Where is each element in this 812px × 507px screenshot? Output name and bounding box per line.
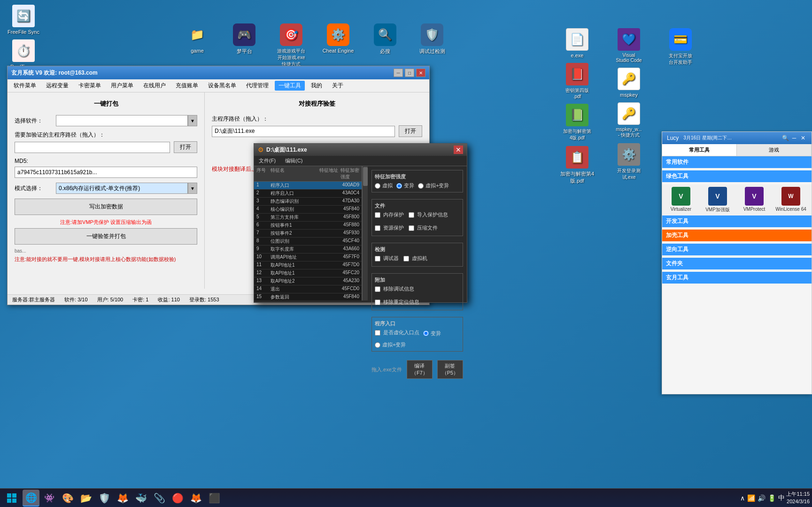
notify-volume-icon[interactable]: 🔊 [758,494,766,502]
main-program-input[interactable] [15,142,170,153]
compress-file-check[interactable] [409,225,414,231]
choose-software-input[interactable] [56,115,188,126]
list-row[interactable]: 11 取API地址1 45F7D0 [254,261,362,269]
sidebar-item-vmpqiang[interactable]: V VMP加强版 [701,187,734,213]
sidebar-section-folder[interactable]: 文件夹 [662,258,812,269]
taskbar-docker-icon[interactable]: 🐳 [132,490,149,507]
desktop-icon-realtime[interactable]: ⏱️ RealTime... [5,39,42,69]
sidebar-item-vmprotect[interactable]: V VMProtect [738,187,771,213]
resource-protect-check[interactable] [375,225,380,231]
taskbar-firefox-icon[interactable]: 🦊 [114,490,131,507]
list-row[interactable]: 3 静态编译识别 47DA30 [254,198,362,206]
compress-file-label[interactable]: 压缩文件 [409,224,438,231]
menu-kamicaidan[interactable]: 卡密菜单 [75,81,105,91]
entry-mutation-radio[interactable] [423,330,429,336]
sidebar-section-reverse-tools[interactable]: 逆向工具 [662,244,812,255]
desktop-icon-tiaoshiguo[interactable]: 🛡️ 调试过检测 [413,23,451,68]
sidebar-section-dev-tools[interactable]: 开发工具 [662,215,812,227]
desktop-icon-eexe[interactable]: 📄 e.exe [558,28,596,58]
taskbar-photoshop-icon[interactable]: 🎨 [59,490,76,507]
vm-check[interactable] [403,256,409,261]
virtual-radio[interactable] [375,183,380,189]
md5-input[interactable] [15,167,197,178]
choose-software-dropdown[interactable]: ▼ [188,115,197,126]
virtual-mutation-radio-label[interactable]: 虚拟+变异 [418,182,449,189]
main-program-open-btn[interactable]: 打开 [174,141,197,153]
list-row[interactable]: 14 退出 45FCD0 [254,285,362,293]
list-row[interactable]: 8 位图识别 45CF40 [254,238,362,246]
entry-mutation-label[interactable]: 变异 [423,330,441,337]
list-row[interactable]: 7 按钮事件2 45F930 [254,230,362,238]
menu-yijian[interactable]: 一键工具 [275,81,305,91]
sidebar-close-icon[interactable]: ✕ [799,134,807,142]
mutation-radio[interactable] [396,183,402,189]
taskbar-start-button[interactable] [2,491,21,506]
notify-network-icon[interactable]: 📶 [747,494,755,502]
dialog-menu-file[interactable]: 文件(F) [256,157,278,165]
desktop-icon-ceshi[interactable]: 📋 加密与解密第4版.pdf [558,146,596,184]
compile-button[interactable]: 编译（F7） [407,360,433,379]
entry-vm-radio[interactable] [375,342,380,348]
copy-button[interactable]: 副签（P5） [437,360,463,379]
desktop-icon-cheatengine[interactable]: ⚙️ Cheat Engine [319,23,357,68]
desktop-icon-miyaodisjuan[interactable]: 📕 密钥第四版.pdf [558,63,596,99]
remove-debug-check[interactable] [375,286,380,292]
maximize-button[interactable]: □ [405,69,414,77]
debugger-label[interactable]: 调试器 [375,255,399,262]
taskbar-attach-icon[interactable]: 📎 [151,490,168,507]
import-protect-label[interactable]: 导入保护信息 [409,211,448,218]
sidebar-search-icon[interactable]: 🔍 [781,134,789,142]
menu-guanyu[interactable]: 关于 [328,81,347,91]
export-btn[interactable]: 写出加密数据 [15,199,197,215]
right-main-program-input[interactable] [212,126,395,137]
desktop-icon-visualstudio[interactable]: 💙 VisualStudio Code [610,28,648,63]
desktop-icon-jiamijiejian[interactable]: 📗 加密与解密第4版.pdf [558,104,596,141]
remove-reloc-label[interactable]: 移除重定位信息 [375,299,419,306]
desktop-icon-youxiyuanpingtai[interactable]: 🎯 游戏游戏平台开始游戏.exe快捷方式 [272,23,310,68]
menu-daili[interactable]: 代理管理 [242,81,272,91]
taskbar-shield-icon[interactable]: 🛡️ [96,490,113,507]
list-row[interactable]: 2 程序启入口 43A0C4 [254,190,362,198]
menu-shebei[interactable]: 设备黑名单 [204,81,240,91]
right-open-btn[interactable]: 打开 [399,125,422,137]
entry-vm-label[interactable]: 虚拟+变异 [375,341,406,348]
resource-protect-label[interactable]: 资源保护 [375,224,404,231]
memory-protect-label[interactable]: 内存保护 [375,211,404,218]
mutation-radio-label[interactable]: 变异 [396,182,414,189]
sidebar-item-winlicense[interactable]: W WinLicense 64 [774,187,807,213]
taskbar-explorer-icon[interactable]: 📂 [77,490,94,507]
list-row[interactable]: 9 取字长度库 43A660 [254,246,362,254]
list-row[interactable]: 4 核心编识别 45F840 [254,206,362,214]
notify-keyboard-icon[interactable]: 中 [778,494,785,502]
debugger-check[interactable] [375,256,380,261]
list-row[interactable]: 5 第三方支持库 45F800 [254,214,362,222]
virtualize-entry-label[interactable]: 是否虚化入口点 [375,329,419,336]
desktop-icon-freefilesync[interactable]: 🔄 FreeFile Sync [5,5,42,35]
dialog-menu-edit[interactable]: 编辑(C) [283,157,305,165]
sidebar-section-shell-tools[interactable]: 加壳工具 [662,230,812,241]
vm-label[interactable]: 虚拟机 [403,255,427,262]
taskbar-edge-icon[interactable]: 🌐 [23,490,39,507]
menu-chongzhizhangdan[interactable]: 充值账单 [172,81,202,91]
list-row[interactable]: 12 取API地址1 45FC20 [254,269,362,277]
memory-protect-check[interactable] [375,212,380,218]
desktop-icon-kaifadengru[interactable]: ⚙️ 开发登录测试.exe [610,143,648,181]
taskbar-record-icon[interactable]: 🔴 [169,490,186,507]
menu-yuanchengbianliang[interactable]: 远程变量 [42,81,72,91]
list-row[interactable]: 13 取API地址2 45A230 [254,277,362,285]
sidebar-item-virtualizer[interactable]: V Virtualizer [665,187,697,213]
menu-yonghucaidan[interactable]: 用户菜单 [107,81,137,91]
sidebar-section-xuanyue[interactable]: 玄月工具 [662,272,812,284]
desktop-icon-mspkeyw[interactable]: 🔑 mspkey_w...- 快捷方式 [610,102,648,138]
virtual-radio-label[interactable]: 虚拟 [375,182,393,189]
remove-debug-label[interactable]: 移除调试信息 [375,285,414,292]
remove-reloc-check[interactable] [375,300,380,305]
list-row[interactable]: 15 参数返回 45F840 [254,293,362,300]
desktop-icon-bishou[interactable]: 🔍 必搜 [366,23,404,68]
taskbar-black-icon[interactable]: ⬛ [206,490,223,507]
menu-ruanjian[interactable]: 软件菜单 [10,81,40,91]
virtual-mutation-radio[interactable] [418,183,424,189]
sidebar-tab-game[interactable]: 游戏 [737,144,812,156]
sidebar-section-green-tools[interactable]: 绿色工具 [662,170,812,182]
notify-up-arrow[interactable]: ∧ [740,494,745,502]
